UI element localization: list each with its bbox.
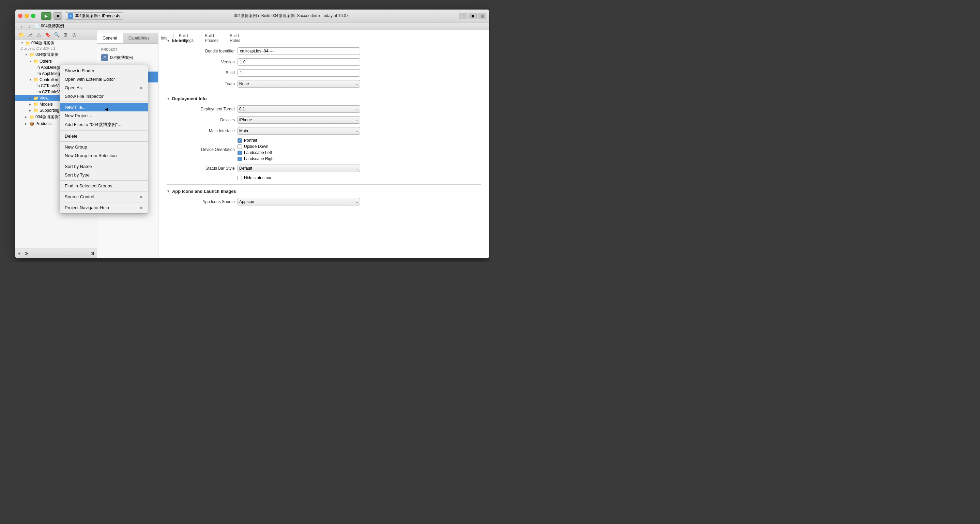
context-project-nav-help[interactable]: Project Navigator Help ▶ (60, 203, 148, 212)
context-new-group-selection[interactable]: New Group from Selection (60, 151, 148, 160)
separator-1 (60, 102, 148, 102)
separator-2 (60, 130, 148, 131)
context-open-as[interactable]: Open As ▶ (60, 84, 148, 92)
context-source-control[interactable]: Source Control ▶ (60, 192, 148, 201)
context-show-finder[interactable]: Show in Finder (60, 67, 148, 75)
context-menu: Show in Finder Open with External Editor… (60, 65, 148, 214)
submenu-arrow-source: ▶ (140, 195, 143, 198)
separator-4 (60, 161, 148, 161)
context-new-group[interactable]: New Group (60, 143, 148, 151)
separator-5 (60, 180, 148, 181)
context-menu-overlay[interactable]: Show in Finder Open with External Editor… (0, 0, 490, 262)
context-find-groups[interactable]: Find in Selected Groups... (60, 182, 148, 190)
context-sort-type[interactable]: Sort by Type (60, 171, 148, 179)
separator-6 (60, 191, 148, 192)
submenu-arrow-open-as: ▶ (140, 86, 143, 90)
context-new-file[interactable]: New File... (60, 103, 148, 111)
context-sort-name[interactable]: Sort by Name (60, 162, 148, 171)
context-add-files[interactable]: Add Files to "004微博案例"... (60, 120, 148, 129)
context-delete[interactable]: Delete (60, 132, 148, 140)
context-show-inspector[interactable]: Show File Inspector (60, 92, 148, 100)
separator-7 (60, 202, 148, 202)
submenu-arrow-help: ▶ (140, 206, 143, 210)
context-open-external[interactable]: Open with External Editor (60, 75, 148, 84)
context-new-project[interactable]: New Project... (60, 111, 148, 120)
separator-3 (60, 141, 148, 142)
